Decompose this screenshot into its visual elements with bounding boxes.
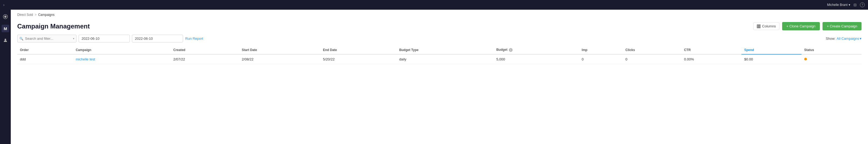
- cell-end-date: 5/20/22: [320, 54, 397, 64]
- col-clicks: Clicks: [623, 46, 681, 54]
- sidebar: M: [0, 10, 11, 144]
- cell-clicks: 0: [623, 54, 681, 64]
- cell-budget: 5,000: [494, 54, 579, 64]
- sidebar-icon-circle[interactable]: [2, 13, 9, 21]
- page-header: Campaign Management Columns + Clone Camp…: [11, 19, 868, 35]
- date-end-input[interactable]: [132, 35, 183, 42]
- budget-info-icon[interactable]: i: [509, 48, 513, 52]
- cell-status: [802, 54, 862, 64]
- col-imp: Imp: [579, 46, 623, 54]
- terminal-icon[interactable]: ⊟: [854, 3, 857, 7]
- cell-start-date: 2/08/22: [239, 54, 320, 64]
- col-campaign: Campaign: [73, 46, 171, 54]
- cell-spend: $0.00: [741, 54, 802, 64]
- breadcrumb-separator: >: [35, 13, 37, 17]
- cell-campaign: michelle test: [73, 54, 171, 64]
- col-spend: Spend: [741, 46, 802, 54]
- user-dropdown-icon[interactable]: ▾: [848, 3, 850, 7]
- cell-ctr: 0.00%: [681, 54, 742, 64]
- col-budget: Budget i: [494, 46, 579, 54]
- header-actions: Columns + Clone Campaign + Create Campai…: [753, 22, 862, 30]
- show-dropdown-icon: ▾: [860, 37, 862, 41]
- svg-point-2: [5, 39, 6, 40]
- page-title: Campaign Management: [17, 23, 90, 30]
- date-start-input[interactable]: [79, 35, 130, 42]
- table-container: Order Campaign Created Start Date End Da…: [11, 46, 868, 64]
- cell-budget-type: daily: [397, 54, 494, 64]
- search-input[interactable]: [17, 35, 76, 42]
- table-header-row: Order Campaign Created Start Date End Da…: [17, 46, 862, 54]
- cell-order: ddd: [17, 54, 73, 64]
- sidebar-icon-logo[interactable]: M: [2, 25, 9, 32]
- show-label: Show:: [826, 37, 835, 41]
- search-dropdown-icon[interactable]: ▾: [73, 37, 74, 40]
- main-content: Direct Sold > Campaigns Campaign Managem…: [11, 10, 868, 144]
- sidebar-icon-person[interactable]: [2, 37, 9, 44]
- table-row: ddd michelle test 2/07/22 2/08/22 5/20/2…: [17, 54, 862, 64]
- status-dot: [804, 58, 807, 61]
- breadcrumb-current: Campaigns: [38, 13, 55, 17]
- toolbar: 🔍 ▾ Run Report Show: All Campaigns ▾: [11, 35, 868, 46]
- create-campaign-button[interactable]: + Create Campaign: [823, 22, 862, 30]
- svg-rect-3: [757, 25, 758, 28]
- svg-point-1: [4, 15, 6, 18]
- user-info[interactable]: Michelle Brant ▾: [827, 3, 850, 7]
- toolbar-left: 🔍 ▾ Run Report: [17, 35, 203, 42]
- columns-button[interactable]: Columns: [753, 22, 779, 30]
- col-budget-type: Budget Type: [397, 46, 494, 54]
- nav-chevron-icon[interactable]: ›: [3, 3, 5, 7]
- svg-rect-4: [758, 25, 759, 28]
- campaigns-table: Order Campaign Created Start Date End Da…: [17, 46, 862, 64]
- help-icon[interactable]: ?: [860, 2, 865, 7]
- clone-campaign-button[interactable]: + Clone Campaign: [782, 22, 820, 30]
- breadcrumb-parent[interactable]: Direct Sold: [17, 13, 33, 17]
- top-nav-left: ›: [3, 3, 5, 7]
- search-wrapper: 🔍 ▾: [17, 35, 76, 42]
- cell-created: 2/07/22: [171, 54, 239, 64]
- search-icon: 🔍: [20, 37, 24, 41]
- cell-imp: 0: [579, 54, 623, 64]
- col-end-date: End Date: [320, 46, 397, 54]
- toolbar-right: Show: All Campaigns ▾: [826, 37, 862, 41]
- campaign-link[interactable]: michelle test: [76, 57, 95, 61]
- col-order: Order: [17, 46, 73, 54]
- svg-rect-5: [760, 25, 760, 28]
- col-start-date: Start Date: [239, 46, 320, 54]
- run-report-button[interactable]: Run Report: [185, 37, 203, 41]
- col-ctr: CTR: [681, 46, 742, 54]
- breadcrumb: Direct Sold > Campaigns: [11, 10, 868, 19]
- top-nav: › Michelle Brant ▾ ⊟ ?: [0, 0, 868, 10]
- col-created: Created: [171, 46, 239, 54]
- user-name: Michelle Brant: [827, 3, 847, 7]
- columns-icon: [757, 25, 761, 28]
- col-status: Status: [802, 46, 862, 54]
- show-campaigns-button[interactable]: All Campaigns ▾: [837, 37, 862, 41]
- top-nav-right: Michelle Brant ▾ ⊟ ?: [827, 2, 865, 7]
